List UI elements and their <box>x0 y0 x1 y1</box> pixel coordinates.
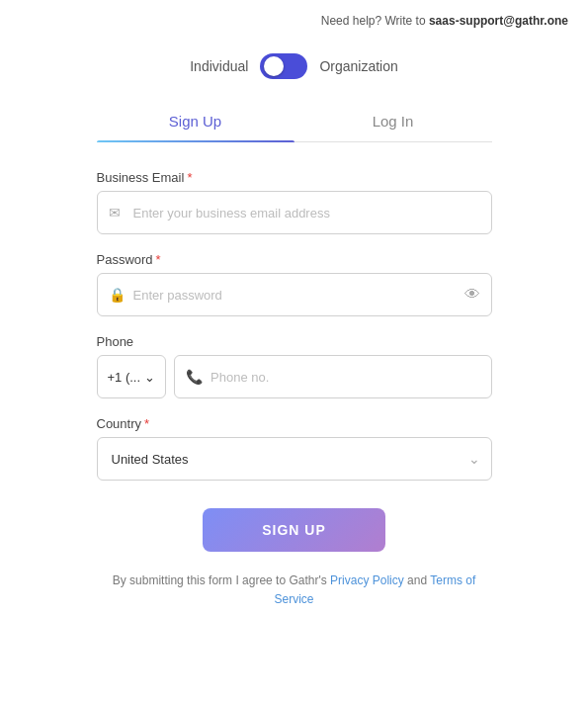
footer-text: By submitting this form I agree to Gathr… <box>97 572 492 629</box>
country-label: Country * <box>97 416 492 431</box>
support-email-link[interactable]: saas-support@gathr.one <box>429 14 568 28</box>
phone-icon: 📞 <box>186 369 203 385</box>
help-bar: Need help? Write to saas-support@gathr.o… <box>0 0 588 36</box>
country-code-value: +1 (... <box>108 370 141 385</box>
password-input-wrapper: 🔒 👁 <box>97 273 492 316</box>
privacy-policy-link[interactable]: Privacy Policy <box>330 573 404 587</box>
phone-row: +1 (... ⌄ 📞 <box>97 355 492 398</box>
country-select-wrapper: United StatesUnited KingdomCanadaAustral… <box>97 437 492 481</box>
phone-input[interactable] <box>174 355 491 398</box>
country-code-chevron: ⌄ <box>144 370 155 385</box>
main-container: Sign Up Log In Business Email * ✉ Passwo… <box>47 101 542 629</box>
country-select[interactable]: United StatesUnited KingdomCanadaAustral… <box>97 437 492 481</box>
email-label: Business Email * <box>97 170 492 185</box>
lock-icon: 🔒 <box>109 287 126 303</box>
signup-button-wrapper: SIGN UP <box>97 508 492 552</box>
eye-icon[interactable]: 👁 <box>464 286 480 304</box>
email-field-group: Business Email * ✉ <box>97 170 492 234</box>
phone-input-wrapper: 📞 <box>174 355 491 398</box>
auth-tabs: Sign Up Log In <box>97 101 492 142</box>
tab-login[interactable]: Log In <box>294 101 492 141</box>
password-label: Password * <box>97 252 492 267</box>
footer-connector: and <box>404 573 430 587</box>
footer-prefix: By submitting this form I agree to Gathr… <box>113 573 330 587</box>
email-required-star: * <box>187 170 192 185</box>
country-code-button[interactable]: +1 (... ⌄ <box>97 355 167 398</box>
country-required-star: * <box>144 416 149 431</box>
password-field-group: Password * 🔒 👁 <box>97 252 492 316</box>
email-icon: ✉ <box>109 205 121 220</box>
signup-button[interactable]: SIGN UP <box>203 508 385 552</box>
phone-field-group: Phone +1 (... ⌄ 📞 <box>97 334 492 398</box>
email-input[interactable] <box>97 191 492 234</box>
account-type-toggle[interactable] <box>260 53 307 79</box>
help-text: Need help? Write to <box>321 14 429 28</box>
account-type-toggle-row: Individual Organization <box>0 53 588 79</box>
phone-label: Phone <box>97 334 492 349</box>
country-field-group: Country * United StatesUnited KingdomCan… <box>97 416 492 481</box>
individual-label: Individual <box>190 58 248 74</box>
password-required-star: * <box>156 252 161 267</box>
email-input-wrapper: ✉ <box>97 191 492 234</box>
organization-label: Organization <box>319 58 397 74</box>
tab-signup[interactable]: Sign Up <box>97 101 294 141</box>
password-input[interactable] <box>97 273 492 316</box>
